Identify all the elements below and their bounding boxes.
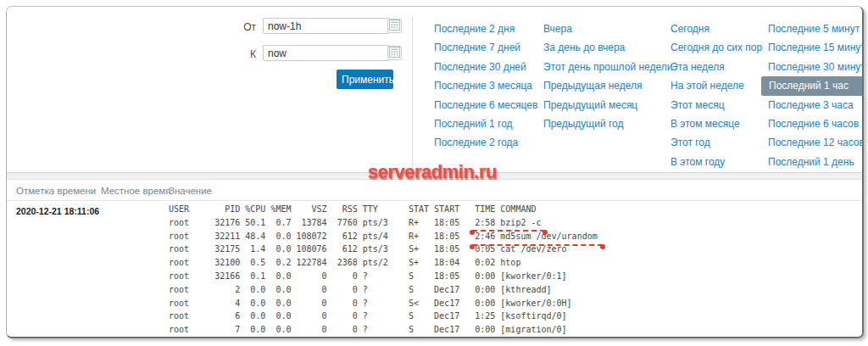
quick-range-link[interactable]: Предыдущий год <box>543 114 672 133</box>
quick-range-link[interactable]: Последние 30 минут <box>768 58 864 76</box>
quick-range-link[interactable]: Последние 7 дней <box>434 38 537 57</box>
screenshot-root: От К <box>0 0 868 346</box>
quick-range-link[interactable]: Предыдущий месяц <box>543 96 672 114</box>
quick-range-column-3: СегодняСегодня до сих порЭта неделяНа эт… <box>670 20 762 171</box>
calendar-icon <box>389 47 400 60</box>
annotation-underline-bzip2 <box>472 230 545 232</box>
to-input[interactable] <box>263 45 390 61</box>
quick-range-link[interactable]: Последние 5 минут <box>768 20 864 38</box>
quick-range-link-selected[interactable]: Последний 1 час <box>761 76 864 95</box>
quick-range-link[interactable]: На этой неделе <box>670 76 762 95</box>
quick-range-link[interactable]: Последние 2 года <box>434 133 537 152</box>
quick-range-link[interactable]: В этом месяце <box>670 114 762 133</box>
quick-range-link[interactable]: Сегодня до сих пор <box>670 38 762 57</box>
watermark: serveradmin.ru <box>368 161 497 183</box>
quick-range-link[interactable]: Последние 3 часа <box>768 96 864 114</box>
quick-range-link[interactable]: Последние 6 месяцев <box>434 96 537 114</box>
quick-range-link[interactable]: Этот день прошлой недели <box>543 58 672 76</box>
quick-range-link[interactable]: Последние 6 часов <box>768 114 864 133</box>
apply-button[interactable]: Применить <box>337 70 393 89</box>
quick-range-link[interactable]: В этом году <box>670 153 762 171</box>
quick-range-link[interactable]: Последние 15 минут <box>768 38 864 57</box>
column-header-value: Значение <box>169 186 212 196</box>
quick-range-link[interactable]: Последние 30 дней <box>434 58 537 76</box>
quick-range-link[interactable]: Последние 12 часов <box>768 133 864 152</box>
quick-range-column-4: Последние 5 минутПоследние 15 минутПосле… <box>768 20 864 171</box>
calendar-icon <box>389 20 400 33</box>
from-calendar-button[interactable] <box>387 19 402 33</box>
app-frame: От К <box>6 6 864 338</box>
to-calendar-button[interactable] <box>387 46 402 60</box>
quick-range-column-2: ВчераЗа день до вчераЭтот день прошлой н… <box>543 20 672 133</box>
column-header-localtime: Местное время <box>101 186 171 196</box>
quick-range-link[interactable]: Последние 2 дня <box>434 20 537 38</box>
quick-range-link[interactable]: Этот год <box>670 133 762 152</box>
quick-range-link[interactable]: Последний 1 день <box>768 153 864 171</box>
quick-range-link[interactable]: Вчера <box>543 20 672 38</box>
from-label: От <box>227 21 256 33</box>
quick-range-link[interactable]: За день до вчера <box>543 38 672 57</box>
quick-range-link[interactable]: Сегодня <box>670 20 762 38</box>
history-panel: Отметка времени Местное время Значение 2… <box>7 180 862 337</box>
time-filter-panel: От К <box>7 7 862 173</box>
quick-range-link[interactable]: Эта неделя <box>670 58 762 76</box>
from-input[interactable] <box>263 18 390 34</box>
to-label: К <box>227 48 256 60</box>
panel-divider <box>412 17 413 167</box>
quick-range-link[interactable]: Последние 3 месяца <box>434 76 537 95</box>
quick-range-link[interactable]: Предыдущая неделя <box>543 76 672 95</box>
quick-range-link[interactable]: Последний 1 год <box>434 114 537 133</box>
row-timestamp: 2020-12-21 18:11:06 <box>16 206 99 216</box>
column-header-timestamp: Отметка времени <box>16 186 96 196</box>
quick-range-column-1: Последние 2 дняПоследние 7 днейПоследние… <box>434 20 537 153</box>
quick-range-link[interactable]: Этот месяц <box>670 96 762 114</box>
process-list: USER PID %CPU %MEM VSZ RSS TTY STAT STAR… <box>169 203 598 337</box>
annotation-underline-md5sum <box>472 244 603 246</box>
